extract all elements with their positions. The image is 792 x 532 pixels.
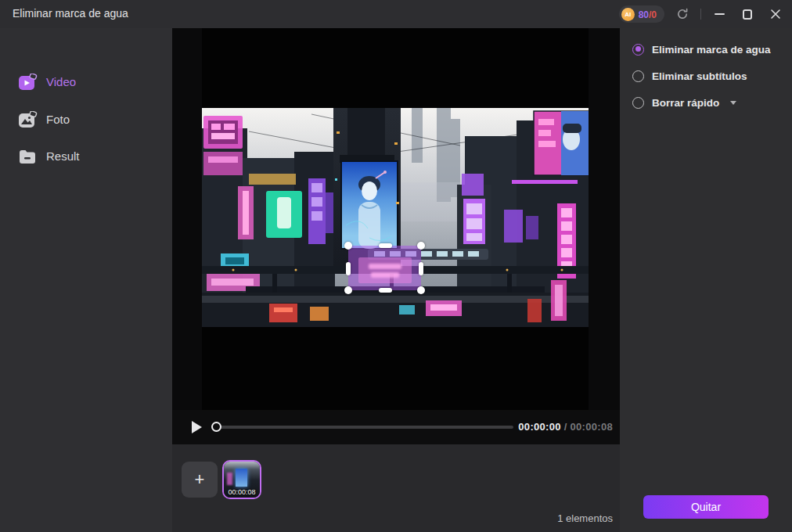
time-display: 00:00:00 / 00:00:08	[518, 421, 613, 433]
radio-icon	[632, 97, 644, 109]
play-button[interactable]	[188, 419, 205, 436]
total-time: 00:00:08	[571, 421, 613, 433]
video-thumbnail[interactable]: 00:00:08	[222, 460, 261, 499]
minimize-button[interactable]	[709, 4, 729, 24]
sidebar: Video Foto Result	[0, 28, 172, 532]
option-remove-watermark[interactable]: Eliminar marca de agua	[632, 42, 771, 56]
selection-handle-bottom-right[interactable]	[417, 286, 425, 294]
thumbnail-duration: 00:00:08	[224, 488, 260, 496]
selection-handle-bottom[interactable]	[379, 288, 392, 293]
chevron-down-icon	[730, 101, 736, 105]
option-remove-subtitles[interactable]: Eliminar subtítulos	[632, 69, 747, 83]
option-label: Eliminar marca de agua	[652, 44, 771, 56]
ai-credits-total: /0	[649, 9, 657, 20]
seek-bar[interactable]	[216, 426, 513, 429]
items-count: 1 elementos	[557, 512, 613, 524]
tools-panel: Eliminar marca de agua Eliminar subtítul…	[620, 28, 792, 532]
radio-icon	[632, 70, 644, 82]
selection-handle-bottom-left[interactable]	[344, 286, 352, 294]
time-separator: /	[561, 421, 571, 433]
player-bar: 00:00:00 / 00:00:08	[172, 410, 620, 444]
watermark-selection-box[interactable]	[348, 246, 421, 290]
selection-handle-left[interactable]	[346, 262, 351, 275]
watermark-content	[358, 257, 412, 283]
ai-credits-badge[interactable]: AI 80/0	[619, 5, 664, 23]
video-stage	[172, 28, 620, 410]
sidebar-item-result[interactable]: Result	[0, 142, 172, 170]
video-player-area	[202, 28, 589, 410]
folder-icon	[19, 148, 36, 164]
add-media-button[interactable]: +	[182, 462, 218, 498]
radio-selected-icon	[632, 44, 644, 56]
ai-icon: AI	[621, 8, 635, 21]
ai-credits-count: 80	[639, 9, 649, 20]
selection-handle-top-right[interactable]	[417, 242, 425, 250]
play-icon	[192, 421, 202, 433]
option-label: Borrar rápido	[652, 97, 719, 109]
option-quick-erase[interactable]: Borrar rápido	[632, 95, 736, 110]
video-icon	[19, 74, 36, 90]
media-strip: + 00:00:08 1 elementos	[172, 444, 620, 532]
close-button[interactable]	[765, 4, 786, 24]
app-window: Eliminar marca de agua AI 80/0 Video	[0, 0, 792, 532]
sidebar-item-video[interactable]: Video	[0, 67, 172, 95]
current-time: 00:00:00	[518, 421, 560, 433]
selection-handle-top-left[interactable]	[344, 242, 352, 250]
selection-handle-top[interactable]	[379, 243, 392, 248]
title-bar: Eliminar marca de agua AI 80/0	[0, 0, 792, 28]
sidebar-item-foto[interactable]: Foto	[0, 105, 172, 133]
option-label: Eliminar subtítulos	[652, 70, 747, 82]
sidebar-item-label: Video	[46, 75, 76, 88]
video-frame-image	[202, 108, 589, 327]
sidebar-item-label: Foto	[46, 113, 70, 126]
selection-handle-right[interactable]	[419, 262, 423, 275]
titlebar-controls: AI 80/0	[619, 0, 786, 28]
maximize-button[interactable]	[737, 4, 758, 24]
remove-button[interactable]: Quitar	[643, 495, 769, 519]
seek-handle[interactable]	[211, 422, 221, 432]
window-title: Eliminar marca de agua	[13, 7, 128, 20]
sidebar-item-label: Result	[46, 149, 80, 163]
refresh-icon[interactable]	[672, 4, 693, 24]
titlebar-divider	[700, 9, 701, 20]
photo-icon	[19, 111, 36, 128]
